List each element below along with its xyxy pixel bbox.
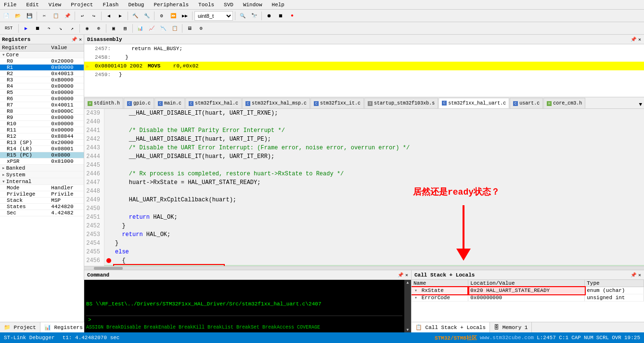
tb-record[interactable]: ⏺ [264,11,274,21]
tab-hal[interactable]: C stm32f1xx_hal.c [185,98,242,108]
tb-search[interactable]: 🔍 [237,11,248,21]
menu-window[interactable]: Window [241,1,264,8]
tb-forward[interactable]: ▶ [115,11,126,21]
tab-stdinth[interactable]: H stdinth.h [84,98,123,108]
tab-registers[interactable]: 📊 Registers [40,322,87,332]
tb-bp2[interactable]: ⊕ [93,23,104,34]
tb-cut[interactable]: ✂ [39,11,50,21]
table-row[interactable]: StackMSP [0,198,84,204]
menu-project[interactable]: Project [69,1,95,8]
command-input[interactable] [93,317,400,323]
table-row[interactable]: R110x00000 [0,127,84,133]
tb-back[interactable]: ◀ [103,11,114,21]
scroll-up-btn[interactable]: ▲ [406,280,410,285]
table-row[interactable]: xPSR0x81000 [0,158,84,165]
tb-step-over[interactable]: ↷ [44,23,54,34]
table-row[interactable]: States4424820 [0,204,84,210]
menu-edit[interactable]: Edit [24,1,40,8]
table-row[interactable]: R60x00000 [0,96,84,102]
tb-paste[interactable]: 📌 [62,11,73,21]
tb-view[interactable]: 🖥 [184,23,195,34]
tb-dbg-run[interactable]: ● [287,11,297,21]
tab-core-cm3[interactable]: H core_cm3.h [543,98,585,108]
command-close[interactable]: ✕ [405,272,408,278]
table-row[interactable]: R15 (PC)0x0800 [0,152,84,158]
tb-dbg3[interactable]: ▶▶ [180,11,190,21]
tb-dbg2[interactable]: ⏩ [168,11,179,21]
code-scrollbar-thumb[interactable] [94,267,123,270]
tab-startup[interactable]: S startup_stm32f103xb.s [364,98,438,108]
menu-help[interactable]: Help [270,1,286,8]
expand-system[interactable]: ▸ [2,172,5,178]
tb-stop-rec[interactable]: ⏹ [275,11,286,21]
expand-banked[interactable]: ▸ [2,165,5,171]
tb-trace2[interactable]: 📈 [146,23,157,34]
tab-hal-msp[interactable]: C stm32f1xx_hal_msp.c [242,98,310,108]
command-pin[interactable]: 📌 [398,272,403,278]
table-row[interactable]: Sec4.42482 [0,210,84,216]
scroll-down-btn[interactable]: ▼ [406,327,410,332]
callstack-pin[interactable]: 📌 [631,272,636,278]
tb-copy[interactable]: 📋 [51,11,61,21]
table-row[interactable]: PrivilegePrivile [0,191,84,198]
callstack-close[interactable]: ✕ [638,272,641,278]
menu-peripherals[interactable]: Peripherals [152,1,191,8]
menu-view[interactable]: View [47,1,63,8]
table-row[interactable]: R120x88844 [0,133,84,140]
registers-pin[interactable]: 📌 [71,37,77,42]
tab-memory1[interactable]: 🗄 Memory 1 [490,322,532,332]
tb-open[interactable]: 📂 [13,11,23,21]
tb-scope[interactable]: 🔭 [249,11,259,21]
tab-main[interactable]: C main.c [155,98,185,108]
table-row[interactable]: ▾Core [0,52,84,58]
tab-gpio[interactable]: C gpio.c [124,98,154,108]
tab-usart[interactable]: C usart.c [510,98,543,108]
tb-run[interactable]: ▶ [21,23,31,34]
tab-callstack[interactable]: 📋 Call Stack + Locals [412,322,490,332]
registers-close[interactable]: ✕ [79,37,82,42]
tb-dbg1[interactable]: ⚙ [156,11,167,21]
table-row[interactable]: R10x00000 [0,65,84,71]
table-row[interactable]: R14 (LR)0x08001 [0,146,84,152]
menu-debug[interactable]: Debug [126,1,146,8]
menu-svd[interactable]: SVD [222,1,235,8]
expand-internal[interactable]: ▾ [2,179,5,185]
table-row[interactable]: ▸System [0,172,84,178]
disasm-close[interactable]: ✕ [638,37,641,42]
tb-step-in[interactable]: ↘ [55,23,66,34]
menu-file[interactable]: File [2,1,18,8]
tb-trace3[interactable]: 📉 [158,23,168,34]
callstack-row-errorcode[interactable]: ▾ ErrorCode 0x00000000 unsigned int [412,294,644,302]
command-input-row[interactable]: > [86,316,402,324]
table-row[interactable]: R80x0000C [0,108,84,115]
callstack-row-rxstate[interactable]: ▾ RxState 0x20 HAL_UART_STATE_READY enum… [412,287,644,294]
tb-win1[interactable]: ▣ [108,23,119,34]
tb-trace1[interactable]: 📊 [135,23,145,34]
tab-project[interactable]: 📁 Project [0,322,40,332]
tab-overflow[interactable]: ▼ [637,101,644,108]
table-row[interactable]: R90x00000 [0,115,84,121]
table-row[interactable]: R13 (SP)0x20000 [0,140,84,146]
tb-settings[interactable]: ⚙ [196,23,206,34]
tb-rebuild[interactable]: 🔧 [142,11,152,21]
disasm-pin[interactable]: 📌 [631,37,636,42]
table-row[interactable]: ▾Internal [0,178,84,185]
tab-hal-uart[interactable]: C stm32f1xx_hal_uart.c [438,98,509,108]
expand-errorcode[interactable]: ▾ [414,295,417,301]
tab-hal-it[interactable]: C stm32f1xx_it.c [310,98,364,108]
code-hscrollbar[interactable] [84,266,644,270]
expand-rxstate[interactable]: ▾ [414,288,417,293]
tb-bp1[interactable]: ◉ [82,23,92,34]
tb-win2[interactable]: ▤ [120,23,130,34]
table-row[interactable]: R30xB0000 [0,77,84,83]
table-row[interactable]: R20x40013 [0,71,84,77]
menu-flash[interactable]: Flash [101,1,120,8]
menu-tools[interactable]: Tools [196,1,216,8]
table-row[interactable]: R50x00000 [0,90,84,96]
table-row[interactable]: R40x00000 [0,83,84,90]
table-row[interactable]: ModeHandler [0,185,84,191]
tb-stop[interactable]: ⏹ [32,23,43,34]
tb-redo[interactable]: ↪ [89,11,99,21]
tb-step-out[interactable]: ↗ [67,23,77,34]
expand-core[interactable]: ▾ [2,52,5,58]
